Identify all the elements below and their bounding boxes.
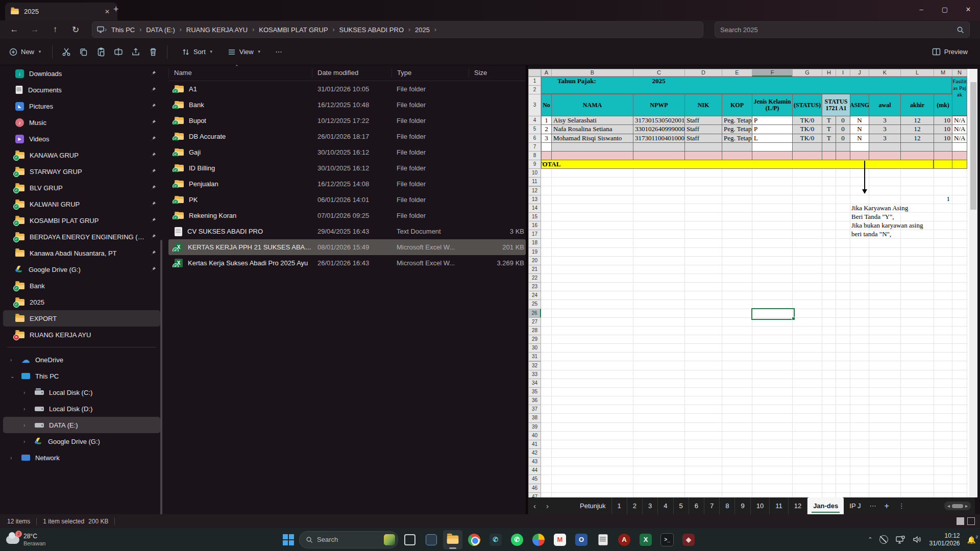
sheet-tabs-scrollbar[interactable]: ◂▸ <box>944 502 971 510</box>
preview-scrollbar[interactable] <box>969 69 977 497</box>
window-tab[interactable]: 2025 ✕ <box>5 3 117 20</box>
sidebar-item-documents[interactable]: Documents <box>3 82 160 98</box>
back-button[interactable]: ← <box>4 24 24 35</box>
sheet-tab-8[interactable]: 8 <box>720 497 735 514</box>
file-row[interactable]: ✓A131/01/2026 10:05File folder <box>168 81 526 97</box>
more-options-button[interactable]: ⋯ <box>271 44 287 59</box>
file-row[interactable]: ✓DB Accurate26/01/2026 18:17File folder <box>168 129 526 144</box>
sidebar-item-export[interactable]: EXPORT <box>3 310 160 327</box>
view-button[interactable]: View ▼ <box>223 44 266 60</box>
sidebar-item-berdaya-energy-enginering-bee-grup[interactable]: ✓BERDAYA ENERGY ENGINERING (BEE) GRUP <box>3 229 160 245</box>
sidebar-item-this-pc[interactable]: ⌄This PC <box>3 368 160 384</box>
sidebar-item-kanawa-grup[interactable]: ✓KANAWA GRUP <box>3 147 160 163</box>
taskbar-clock[interactable]: 10:12 31/01/2026 <box>929 532 960 547</box>
address-bar[interactable]: ›This PC›DATA (E:)›RUANG KERJA AYU›KOSAM… <box>92 21 703 38</box>
notepad-icon[interactable] <box>593 530 612 549</box>
terminal-icon[interactable]: >_ <box>657 530 677 549</box>
forward-button[interactable]: → <box>24 24 45 35</box>
file-row[interactable]: ✓Bank16/12/2025 10:48File folder <box>168 97 526 113</box>
sidebar-item-kosambi-plat-grup[interactable]: ✓KOSAMBI PLAT GRUP <box>3 212 160 229</box>
details-view-toggle[interactable] <box>957 517 964 525</box>
preview-toggle-button[interactable]: Preview <box>927 44 973 59</box>
breadcrumb-item[interactable]: DATA (E:) <box>141 26 180 34</box>
chrome-icon[interactable] <box>464 530 484 549</box>
file-row[interactable]: ✓Gaji30/10/2025 16:12File folder <box>168 144 526 160</box>
file-row[interactable]: ✓Bupot10/12/2025 17:22File folder <box>168 113 526 129</box>
do-not-disturb-icon[interactable] <box>879 535 888 544</box>
breadcrumb-item[interactable]: SUKSES ABADI PRO <box>335 26 408 34</box>
start-button[interactable] <box>280 531 297 548</box>
expand-chevron-icon[interactable]: › <box>23 390 30 395</box>
sheet-tab-10[interactable]: 10 <box>751 497 770 514</box>
sidebar-item-ruang-kerja-ayu[interactable]: ✕RUANG KERJA AYU <box>3 327 160 343</box>
sheet-nav-prev-icon[interactable]: ‹ <box>528 502 541 510</box>
sheet-tab-3[interactable]: 3 <box>643 497 658 514</box>
sidebar-item-local-disk-d-[interactable]: ›Local Disk (D:) <box>3 400 160 417</box>
cut-button[interactable] <box>58 44 75 60</box>
file-row[interactable]: ✓ID Billing30/10/2025 16:12File folder <box>168 160 526 176</box>
fill-handle[interactable] <box>792 317 795 320</box>
sidebar-item-google-drive-g-[interactable]: ›Google Drive (G:) <box>3 433 160 449</box>
sheet-nav-next-icon[interactable]: › <box>541 502 554 510</box>
share-button[interactable] <box>127 44 144 60</box>
paste-button[interactable] <box>92 44 110 60</box>
tray-chevron-up-icon[interactable]: ⌃ <box>868 536 872 543</box>
sheet-tab-6[interactable]: 6 <box>689 497 704 514</box>
breadcrumb-item[interactable]: KOSAMBI PLAT GRUP <box>254 26 332 34</box>
sheet-tab-4[interactable]: 4 <box>658 497 673 514</box>
sheet-menu-icon[interactable]: ⋮ <box>894 502 909 510</box>
search-input[interactable]: Search 2025 <box>715 21 970 38</box>
sidebar-item-kalwani-grup[interactable]: ✓KALWANI GRUP <box>3 196 160 212</box>
file-row[interactable]: ✓Rekening Koran07/01/2026 09:25File fold… <box>168 208 526 223</box>
whatsapp-icon[interactable]: ✆ <box>507 530 527 549</box>
phone-icon[interactable]: ✆ <box>486 530 505 549</box>
sidebar-item-network[interactable]: ›Network <box>3 449 160 466</box>
refresh-button[interactable]: ↻ <box>65 24 86 35</box>
sidebar-item-starway-grup[interactable]: ✓STARWAY GRUP <box>3 163 160 180</box>
expand-chevron-icon[interactable]: › <box>23 406 30 412</box>
new-button[interactable]: New ▼ <box>4 44 47 60</box>
expand-chevron-icon[interactable]: › <box>23 439 30 444</box>
breadcrumb-item[interactable]: 2025 <box>410 26 434 34</box>
new-tab-button[interactable]: + <box>113 4 119 15</box>
sidebar-item-bank[interactable]: ✓Bank <box>3 278 160 294</box>
sidebar-item-blv-grup[interactable]: ✓BLV GRUP <box>3 180 160 196</box>
speaker-icon[interactable] <box>913 536 922 543</box>
weather-widget[interactable]: 2 28°C Berawan <box>0 533 108 547</box>
scroll-thumb[interactable] <box>952 504 963 508</box>
expand-chevron-icon[interactable]: › <box>10 455 16 461</box>
taskbar-search[interactable]: Search <box>299 531 398 548</box>
sidebar-item-onedrive[interactable]: ›☁OneDrive <box>3 352 160 368</box>
file-row[interactable]: X✓KERTAS KERJA PPH 21 SUKSES ABADI PR...… <box>168 239 526 255</box>
column-header-size[interactable]: Size <box>469 68 530 78</box>
sheet-tab-12[interactable]: 12 <box>789 497 807 514</box>
sheet-tabs-more-icon[interactable]: ⋯ <box>866 502 879 510</box>
delete-button[interactable] <box>144 44 162 60</box>
close-button[interactable]: ✕ <box>957 0 980 19</box>
sheet-tab-petunjuk[interactable]: Petunjuk <box>574 497 612 514</box>
breadcrumb-item[interactable]: This PC <box>107 26 139 34</box>
sidebar-item-data-e-[interactable]: ›DATA (E:) <box>3 417 160 433</box>
cast-display-icon[interactable] <box>895 536 905 544</box>
sheet-tab-overflow[interactable]: IP J <box>844 497 866 514</box>
file-row[interactable]: X✓Kertas Kerja Sukses Abadi Pro 2025 Ayu… <box>168 255 526 271</box>
sheet-tab-5[interactable]: 5 <box>674 497 689 514</box>
expand-chevron-icon[interactable]: › <box>23 422 30 428</box>
sidebar-item-videos[interactable]: ▶Videos <box>3 131 160 147</box>
pane-divider[interactable] <box>526 65 528 514</box>
sidebar-item-downloads[interactable]: ↓Downloads <box>3 65 160 82</box>
breadcrumb-item[interactable]: RUANG KERJA AYU <box>182 26 252 34</box>
sidebar-item-kanawa-abadi-nusantara-pt[interactable]: Kanawa Abadi Nusantara, PT <box>3 245 160 261</box>
sidebar-item-2025[interactable]: ✓2025 <box>3 294 160 310</box>
minimize-button[interactable]: – <box>910 0 933 19</box>
sidebar-item-google-drive-g-[interactable]: Google Drive (G:) <box>3 261 160 278</box>
maximize-button[interactable]: ▢ <box>933 0 957 19</box>
phone-link-icon[interactable] <box>422 530 441 549</box>
column-header-type[interactable]: Type <box>391 68 469 78</box>
sort-button[interactable]: Sort ▼ <box>177 44 218 60</box>
office-icon[interactable]: O <box>572 530 591 549</box>
add-sheet-icon[interactable]: + <box>879 502 894 511</box>
sidebar-scrollbar[interactable] <box>160 240 162 514</box>
sheet-tab-11[interactable]: 11 <box>770 497 789 514</box>
file-explorer-icon[interactable] <box>443 530 462 549</box>
